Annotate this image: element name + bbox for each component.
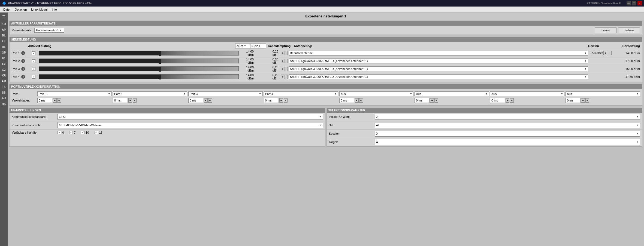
- menu-info[interactable]: Info: [50, 7, 59, 12]
- sidebar-item-am[interactable]: AM: [0, 78, 8, 84]
- dwell-2-minus[interactable]: −: [133, 98, 137, 103]
- port-1-antenna-select[interactable]: Benutzerantenne ▼: [289, 51, 588, 56]
- port-1-gewinn-minus[interactable]: −: [608, 51, 612, 55]
- dwell-3-input[interactable]: [188, 98, 203, 103]
- kanal-7-checkbox[interactable]: ✓: [69, 131, 73, 134]
- sidebar-item-e1[interactable]: E1: [0, 56, 8, 61]
- dwell-1-plus[interactable]: +: [53, 98, 57, 103]
- portmux-port-4-select[interactable]: Port 4 ▼: [264, 91, 338, 96]
- hf-profil-chevron: ▼: [319, 124, 322, 127]
- dwell-8-plus[interactable]: +: [581, 98, 585, 103]
- port-4-kabel-minus[interactable]: −: [285, 75, 288, 79]
- sidebar-item-rl[interactable]: RL: [0, 44, 8, 50]
- sidebar-item-bl[interactable]: BL: [0, 33, 8, 38]
- dwell-1-input[interactable]: [37, 98, 52, 103]
- setzen-button[interactable]: Setzen: [618, 27, 640, 33]
- port-1-kabel-plus[interactable]: +: [281, 51, 284, 55]
- dwell-5-plus[interactable]: +: [355, 98, 359, 103]
- close-button[interactable]: ✕: [637, 1, 642, 5]
- dwell-6-plus[interactable]: +: [430, 98, 434, 103]
- port-2-info-icon[interactable]: i: [21, 59, 25, 63]
- sidebar-item-gp[interactable]: GP: [0, 50, 8, 56]
- sel-select[interactable]: All ▼: [375, 122, 640, 128]
- port-1-info-icon[interactable]: i: [21, 51, 25, 55]
- port-1-slider[interactable]: [39, 51, 239, 56]
- dwell-4-plus[interactable]: +: [279, 98, 283, 103]
- parametersatz-select[interactable]: Parametersatz 0 ▼: [34, 28, 64, 33]
- port-4-antenna-select[interactable]: SMSH-HighGain-30-30-KRAI EU (Anzahl der …: [289, 74, 588, 79]
- port-3-slider[interactable]: [39, 66, 239, 71]
- hamburger-menu[interactable]: ☰: [0, 14, 8, 20]
- port-4-kabel-plus[interactable]: +: [281, 75, 284, 79]
- sidebar-item-ap[interactable]: AP: [0, 27, 8, 33]
- dwell-2-plus[interactable]: +: [128, 98, 132, 103]
- port-1-gewinn-plus[interactable]: +: [603, 51, 607, 55]
- port-1-checkbox[interactable]: ✓: [32, 51, 35, 55]
- portmux-port-7-select[interactable]: Aus ▼: [490, 91, 564, 96]
- port-3-info-icon[interactable]: i: [21, 67, 25, 71]
- minimize-button[interactable]: —: [627, 1, 631, 5]
- dwell-2-input[interactable]: [113, 98, 128, 103]
- restore-button[interactable]: ❐: [632, 1, 636, 5]
- target-select[interactable]: A ▼: [375, 139, 640, 145]
- dbm-select[interactable]: dBm ▼: [235, 44, 250, 48]
- kanal-4-checkbox[interactable]: ✓: [58, 131, 61, 134]
- menu-optionen[interactable]: Optionen: [13, 7, 29, 12]
- port-4-slider[interactable]: [39, 74, 239, 79]
- port-2-kabel-plus[interactable]: +: [281, 59, 284, 63]
- lesen-button[interactable]: Lesen: [595, 27, 616, 33]
- sidebar-item-au[interactable]: AU: [0, 96, 8, 101]
- kanal-13-checkbox[interactable]: ✓: [95, 131, 98, 134]
- port-1-row: Port 1: i ✓ 14,00 dBm 0,25 dB: [12, 49, 640, 57]
- port-3-antenna-select[interactable]: SMSH-HighGain-30-30-KRAI EU (Anzahl der …: [289, 66, 588, 71]
- hf-std-chevron: ▼: [319, 115, 322, 118]
- portmux-port-1-select[interactable]: Port 1 ▼: [37, 91, 112, 96]
- dwell-3-minus[interactable]: −: [208, 98, 212, 103]
- menu-datei[interactable]: Datei: [1, 7, 13, 12]
- dwell-3-plus[interactable]: +: [204, 98, 208, 103]
- dwell-1-minus[interactable]: −: [57, 98, 61, 103]
- port-1-kabel-minus[interactable]: −: [285, 51, 288, 55]
- company-name: KATHREIN Solutions GmbH: [587, 2, 621, 5]
- port-2-checkbox[interactable]: ✓: [32, 59, 35, 63]
- dwell-8-minus[interactable]: −: [585, 98, 589, 103]
- kanal-10-checkbox[interactable]: ✓: [81, 131, 84, 134]
- menu-linux-modul[interactable]: Linux-Modul: [29, 7, 50, 12]
- port-2-antenna-select[interactable]: SMSH-HighGain-30-30-KRAI EU (Anzahl der …: [289, 59, 588, 63]
- port-3-checkbox[interactable]: ✓: [32, 67, 35, 71]
- sel-qwert-select[interactable]: 2 ▼: [375, 114, 640, 120]
- portmux-port-3-select[interactable]: Port 3 ▼: [188, 91, 263, 96]
- portmux-port-8-select[interactable]: Aus ▼: [566, 91, 640, 96]
- hf-kommunikationsprofil-select[interactable]: 10: Tx80kbps/Rx80kbps/Miller4 ▼: [58, 122, 323, 128]
- port-2-slider[interactable]: [39, 59, 239, 63]
- sidebar-item-ts[interactable]: TS: [0, 84, 8, 90]
- dwell-5-input[interactable]: [339, 98, 354, 103]
- dwell-7-minus[interactable]: −: [510, 98, 514, 103]
- dwell-8-input[interactable]: [566, 98, 580, 103]
- sidebar-item-e2[interactable]: E2: [0, 61, 8, 67]
- portmux-port-2-select[interactable]: Port 2 ▼: [113, 91, 187, 96]
- session-select[interactable]: 0 ▼: [375, 131, 640, 137]
- sidebar-item-ko[interactable]: KO: [0, 21, 8, 27]
- port-4-checkbox[interactable]: ✓: [32, 75, 35, 79]
- dwell-6-minus[interactable]: −: [434, 98, 438, 103]
- dwell-7-input[interactable]: [490, 98, 505, 103]
- dwell-4-minus[interactable]: −: [284, 98, 288, 103]
- erp-select[interactable]: ERP ▼: [250, 44, 266, 48]
- port-3-kabel-minus[interactable]: −: [285, 67, 288, 71]
- hf-kommunikationsstandard-select[interactable]: ETSI ▼: [58, 114, 323, 120]
- port-4-info-icon[interactable]: i: [21, 75, 25, 79]
- sidebar-item-ss[interactable]: SS: [0, 90, 8, 96]
- sidebar-item-kr[interactable]: KR: [0, 73, 8, 78]
- sidebar-item-g2[interactable]: G2: [0, 67, 8, 73]
- portmux-port-5-select[interactable]: Aus ▼: [339, 91, 414, 96]
- dwell-7-plus[interactable]: +: [506, 98, 509, 103]
- sidebar-item-le[interactable]: LE: [0, 38, 8, 44]
- port-2-kabel-minus[interactable]: −: [285, 59, 288, 63]
- dwell-4-input[interactable]: [264, 98, 279, 103]
- sidebar-item-hs[interactable]: HS: [0, 101, 8, 107]
- dwell-5-minus[interactable]: −: [359, 98, 363, 103]
- portmux-port-6-select[interactable]: Aus ▼: [415, 91, 489, 96]
- port-3-kabel-plus[interactable]: +: [281, 67, 284, 71]
- dwell-6-input[interactable]: [415, 98, 430, 103]
